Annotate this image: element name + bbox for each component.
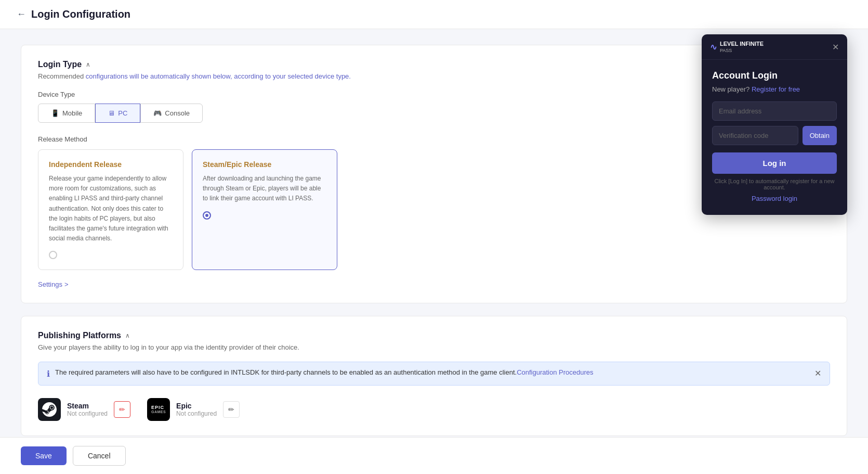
info-close-icon[interactable]: ✕	[814, 368, 821, 378]
epic-info: Epic Not configured	[176, 402, 217, 417]
login-modal: ∿ LEVEL INFINITEPASS ✕ Account Login New…	[702, 34, 847, 215]
release-card-steam-epic[interactable]: Steam/Epic Release After downloading and…	[192, 149, 337, 270]
verification-row: Obtain	[712, 126, 837, 145]
device-console-button[interactable]: 🎮 Console	[140, 104, 203, 123]
publishing-chevron-icon: ∧	[125, 332, 130, 339]
pc-icon: 🖥	[108, 109, 115, 117]
register-link[interactable]: Register for free	[752, 85, 800, 93]
independent-radio[interactable]	[49, 251, 57, 259]
modal-logo: ∿ LEVEL INFINITEPASS	[710, 41, 764, 53]
console-icon: 🎮	[153, 109, 162, 117]
obtain-button[interactable]: Obtain	[803, 126, 837, 145]
steam-edit-button[interactable]: ✏	[114, 401, 130, 418]
info-banner: ℹ The required parameters will also have…	[38, 362, 830, 386]
login-button[interactable]: Log in	[712, 152, 837, 174]
steam-name: Steam	[67, 402, 108, 410]
login-type-subtitle-link: configurations will be automatically sho…	[86, 72, 351, 80]
epic-edit-button[interactable]: ✏	[223, 401, 240, 418]
back-button[interactable]: ←	[17, 9, 26, 20]
password-login-link[interactable]: Password login	[712, 195, 837, 202]
platform-epic: EPIC GAMES Epic Not configured ✏	[147, 398, 240, 421]
verification-input[interactable]	[712, 126, 798, 145]
modal-new-player-text: New player? Register for free	[712, 85, 837, 93]
modal-header: ∿ LEVEL INFINITEPASS ✕	[702, 34, 847, 60]
epic-edit-icon: ✏	[228, 405, 234, 414]
page-title: Login Configuration	[31, 8, 130, 20]
publishing-platforms-section: Publishing Platforms ∧ Give your players…	[21, 316, 847, 436]
modal-close-button[interactable]: ✕	[832, 42, 839, 52]
steam-epic-radio[interactable]	[203, 211, 211, 220]
logo-icon: ∿	[710, 42, 717, 52]
independent-desc: Release your game independently to allow…	[49, 174, 173, 244]
pc-label: PC	[118, 109, 127, 117]
info-circle-icon: ℹ	[47, 369, 50, 379]
epic-status: Not configured	[176, 410, 217, 417]
login-type-chevron-icon: ∧	[86, 61, 90, 68]
settings-arrow-icon: >	[64, 280, 69, 288]
info-text: The required parameters will also have t…	[55, 368, 809, 376]
publishing-title: Publishing Platforms	[38, 331, 121, 340]
modal-title: Account Login	[712, 70, 837, 81]
settings-label: Settings	[38, 280, 62, 288]
publishing-header: Publishing Platforms ∧	[38, 331, 830, 340]
mobile-icon: 📱	[51, 109, 59, 117]
epic-logo: EPIC GAMES	[147, 398, 170, 421]
edit-icon: ✏	[119, 405, 125, 414]
console-label: Console	[165, 109, 190, 117]
page-footer: Save Cancel	[0, 437, 868, 474]
modal-hint: Click [Log In] to automatically register…	[712, 178, 837, 190]
page-header: ← Login Configuration	[0, 0, 868, 29]
mobile-label: Mobile	[62, 109, 82, 117]
device-mobile-button[interactable]: 📱 Mobile	[38, 104, 95, 123]
release-card-independent[interactable]: Independent Release Release your game in…	[38, 149, 183, 270]
steam-status: Not configured	[67, 410, 108, 417]
main-content: Login Type ∧ Recommended configurations …	[0, 29, 868, 474]
steam-epic-title: Steam/Epic Release	[203, 160, 326, 169]
login-type-title: Login Type	[38, 60, 82, 69]
modal-body: Account Login New player? Register for f…	[702, 60, 847, 215]
device-pc-button[interactable]: 🖥 PC	[95, 104, 140, 123]
modal-logo-text: LEVEL INFINITEPASS	[720, 41, 764, 53]
publishing-subtitle: Give your players the ability to log in …	[38, 343, 830, 351]
steam-logo	[38, 398, 61, 421]
platform-items: Steam Not configured ✏ EPIC GAMES Epic	[38, 398, 830, 421]
email-input[interactable]	[712, 101, 837, 121]
independent-title: Independent Release	[49, 160, 173, 169]
platform-steam: Steam Not configured ✏	[38, 398, 130, 421]
save-button[interactable]: Save	[21, 446, 67, 465]
cancel-button[interactable]: Cancel	[73, 446, 126, 466]
steam-info: Steam Not configured	[67, 402, 108, 417]
settings-link[interactable]: Settings >	[38, 280, 830, 288]
configuration-link[interactable]: Configuration Procedures	[517, 368, 593, 376]
steam-epic-desc: After downloading and launching the game…	[203, 174, 326, 204]
epic-name: Epic	[176, 402, 217, 410]
